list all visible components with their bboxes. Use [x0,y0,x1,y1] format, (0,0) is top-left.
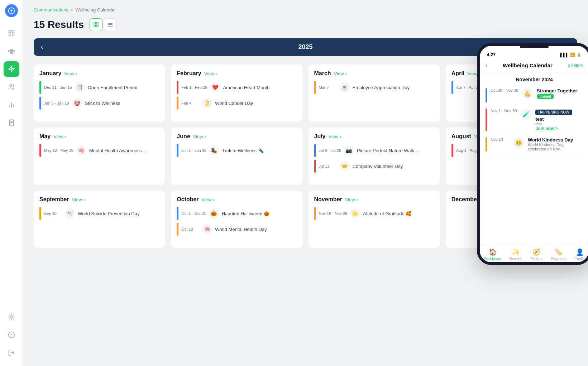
sidebar-item-info[interactable] [4,327,19,343]
sidebar-item-analytics[interactable] [4,97,19,113]
event-name: Employee Appreciation Day [353,85,410,90]
phone-nav-profile[interactable]: 👤 Profile [574,248,584,261]
list-view-button[interactable] [104,18,117,31]
event-item[interactable]: Dec 11 - Jan 15 📋 Open Enrollment Period [39,81,159,94]
month-view-link-february[interactable]: View › [204,71,217,76]
month-card-february: February View › Feb 1 - Feb 28 ❤️ Americ… [171,64,302,122]
event-item[interactable]: Jun 1 - Jun 30 🥾 Trek to Wellness 🔦 [177,144,297,157]
event-item[interactable]: Sep 10 🕊️ World Suicide Prevention Day [39,207,159,220]
event-date: Jul 11 [319,164,337,168]
sidebar-divider [6,134,17,134]
phone-filter-button[interactable]: ≡ Filters [568,63,583,68]
event-item[interactable]: Jul 11 🤝 Company Volunteer Day [314,160,434,173]
month-card-march: March View › Mar 7 ☕ Employee Appreciati… [309,64,440,122]
phone-event-name: Stronger Together Joined [537,88,583,99]
phone-month-label: November 2024 [486,72,583,85]
phone-event-item[interactable]: Oct 30 - Nov 30 💪 Stronger Together Join… [486,85,583,106]
event-avatar: 🎗️ [202,98,212,108]
month-card-june: June View › Jun 1 - Jun 30 🥾 Trek to Wel… [171,127,302,185]
event-item[interactable]: Feb 1 - Feb 28 ❤️ American Heart Month [177,81,297,94]
month-view-link-june[interactable]: View › [193,134,206,139]
month-card-october: October View › Oct 1 - Oct 31 🎃 Haunted … [171,191,302,248]
month-view-link-november[interactable]: View › [345,197,358,202]
month-card-september: September View › Sep 10 🕊️ World Suicide… [34,191,165,248]
phone-nav-benefits[interactable]: ✨ Benefits [510,248,522,261]
svg-rect-19 [96,23,98,24]
sidebar-item-people[interactable] [4,79,19,95]
month-view-link-march[interactable]: View › [334,71,347,76]
event-name: World Cancer Day [215,101,253,106]
event-bar [39,97,41,110]
event-bar [177,144,178,157]
event-avatar: 🌟 [350,208,360,218]
event-avatar: 📋 [75,82,85,92]
phone-event-bar [486,137,487,151]
phone-title: Wellbeing Calendar [491,62,564,68]
month-card-january: January View › Dec 11 - Jan 15 📋 Open En… [34,64,165,122]
event-date: Feb 4 [181,101,199,105]
month-name-march: March [314,70,331,77]
sidebar-item-rewards[interactable] [4,43,19,59]
event-bar [314,144,316,157]
event-bar [39,81,41,94]
month-view-link-may[interactable]: View › [53,134,66,139]
phone-status-icons: ▌▌▌ 📶 🔋 [560,53,582,57]
event-item[interactable]: Feb 4 🎗️ World Cancer Day [177,97,297,110]
phone-nav-dashboard[interactable]: 🏠 Dashboard [484,248,501,261]
event-bar [177,207,178,220]
sidebar-item-dashboard[interactable] [4,25,19,41]
phone-event-avatar: 😊 [513,137,524,149]
event-name: Attitude of Gratitude 🥰 [363,211,411,216]
event-avatar: 🥾 [209,145,219,155]
month-name-january: January [39,70,61,77]
svg-rect-2 [12,31,14,33]
breadcrumb-parent[interactable]: Communications [34,7,68,13]
app-logo [5,4,18,17]
event-item[interactable]: Jul 6 - Jul 26 📷 Picture Perfect Nature … [314,144,434,157]
event-name: Stick to Wellness [85,101,120,106]
phone-nav-explore[interactable]: 🧭 Explore [530,248,542,261]
join-now-link[interactable]: Join now > [535,126,583,131]
phone-back-button[interactable]: ‹ [486,62,488,69]
phone-event-item[interactable]: Nov 13 😊 World Kindness Day World Kindne… [486,134,583,155]
event-item[interactable]: Jan 6 - Jan 19 🎯 Stick to Wellness [39,97,159,110]
month-view-link-september[interactable]: View › [72,197,85,202]
event-avatar: 🧠 [76,145,86,155]
grid-view-button[interactable] [90,18,102,31]
month-view-link-july[interactable]: View › [329,134,341,139]
event-name: Picture Perfect Nature Walk ... [357,148,419,153]
event-bar [314,160,316,173]
event-name: Mental Health Awareness ... [89,148,147,153]
event-item[interactable]: Oct 10 🧠 World Mental Health Day [177,223,297,236]
sidebar-item-calendar[interactable] [4,61,19,77]
month-view-link-october[interactable]: View › [202,197,215,202]
svg-rect-3 [9,34,11,36]
event-item[interactable]: Oct 1 - Oct 31 🎃 Haunted Halloween 🎃 [177,207,297,220]
sidebar [0,0,23,366]
event-item[interactable]: Mar 7 ☕ Employee Appreciation Day [314,81,434,94]
month-name-august: August [451,133,471,140]
event-date: Oct 1 - Oct 31 [181,211,206,216]
phone-event-item[interactable]: Nov 1 - Nov 30 🧪 HAPPENING NOW test test… [486,106,583,134]
month-view-link-january[interactable]: View › [64,71,77,76]
breadcrumb-current: Wellbeing Calendar [75,7,116,13]
sidebar-item-settings[interactable] [4,309,19,325]
event-date: Jul 6 - Jul 26 [319,148,341,153]
event-name: Open Enrollment Period [88,85,138,90]
event-date: Sep 10 [44,211,62,216]
svg-rect-18 [94,23,96,24]
phone-nav-label-profile: Profile [574,257,584,261]
phone-event-info: World Kindness Day World Kindness Day, c… [528,137,583,151]
phone-nav-discounts[interactable]: 🏷️ Discounts [551,248,567,261]
sidebar-item-reports[interactable] [4,115,19,131]
phone-status-bar: 4:27 ▌▌▌ 📶 🔋 [480,49,588,59]
month-name-april: April [451,70,464,77]
month-name-december: December [451,196,479,203]
event-bar [177,81,178,94]
event-item[interactable]: May 12 - May 18 🧠 Mental Health Awarenes… [39,144,159,157]
event-item[interactable]: Nov 16 - Nov 29 🌟 Attitude of Gratitude … [314,207,434,220]
month-name-may: May [39,133,51,140]
sidebar-item-logout[interactable] [4,345,19,361]
event-bar [451,144,453,157]
prev-year-button[interactable]: ‹ [41,43,43,51]
